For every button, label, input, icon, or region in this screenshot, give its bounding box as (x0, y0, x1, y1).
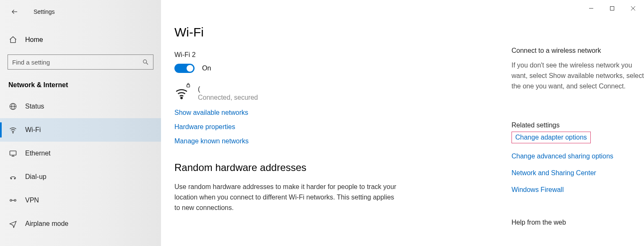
search-icon (142, 59, 149, 65)
main-area: Wi-Fi Wi-Fi 2 On ( Connected, secured (161, 0, 644, 246)
home-icon (8, 36, 18, 44)
svg-point-10 (11, 178, 12, 179)
wifi-toggle-row: On (174, 64, 476, 73)
svg-point-11 (14, 178, 15, 179)
sidebar-item-label: Wi-Fi (25, 126, 41, 134)
content-panel: Wi-Fi Wi-Fi 2 On ( Connected, secured (174, 8, 476, 246)
app-title: Settings (34, 8, 55, 15)
page-title: Wi-Fi (174, 25, 476, 39)
svg-line-2 (146, 63, 148, 65)
sidebar-item-status[interactable]: Status (0, 95, 161, 118)
vpn-icon (8, 196, 18, 205)
back-button[interactable] (10, 7, 19, 16)
wifi-icon (8, 126, 18, 134)
back-arrow-icon (11, 8, 18, 16)
svg-point-12 (10, 199, 12, 201)
link-windows-firewall[interactable]: Windows Firewall (512, 186, 564, 194)
sidebar-item-airplane[interactable]: Airplane mode (0, 212, 161, 236)
svg-rect-7 (10, 151, 16, 155)
search-input[interactable] (12, 59, 142, 66)
link-manage-known-networks[interactable]: Manage known networks (174, 137, 476, 145)
sidebar-item-label: Status (25, 103, 44, 110)
svg-point-18 (181, 97, 182, 98)
toggle-state: On (202, 65, 211, 72)
wifi-status-block: ( Connected, secured (174, 85, 476, 101)
highlight-box: Change adapter options (512, 132, 591, 143)
connect-heading: Connect to a wireless network (512, 47, 644, 54)
dialup-icon (8, 173, 18, 181)
network-name: ( (198, 85, 258, 93)
related-settings-heading: Related settings (512, 122, 644, 129)
random-addresses-heading: Random hardware addresses (174, 162, 476, 173)
sidebar-item-label: VPN (25, 197, 39, 204)
lock-icon (185, 82, 191, 89)
wifi-secured-icon (174, 85, 190, 101)
random-addresses-body: Use random hardware addresses to make it… (174, 182, 401, 213)
header-row: Settings (0, 3, 161, 21)
ethernet-icon (8, 149, 18, 158)
sidebar: Settings Home Network & Internet Status … (0, 0, 161, 246)
sidebar-item-label: Ethernet (25, 150, 50, 157)
category-title: Network & Internet (0, 77, 161, 95)
link-advanced-sharing[interactable]: Change advanced sharing options (512, 153, 613, 160)
adapter-label: Wi-Fi 2 (174, 51, 476, 59)
sidebar-item-vpn[interactable]: VPN (0, 189, 161, 212)
sidebar-item-dialup[interactable]: Dial-up (0, 165, 161, 189)
svg-point-6 (13, 132, 13, 133)
network-status: Connected, secured (198, 94, 258, 101)
wifi-toggle[interactable] (174, 64, 195, 73)
sidebar-item-wifi[interactable]: Wi-Fi (0, 118, 161, 142)
globe-icon (8, 102, 18, 111)
sidebar-item-label: Dial-up (25, 173, 47, 181)
wifi-status-text: ( Connected, secured (198, 85, 258, 101)
sidebar-item-home[interactable]: Home (0, 29, 161, 50)
svg-rect-19 (187, 85, 190, 87)
home-label: Home (25, 36, 43, 44)
link-show-networks[interactable]: Show available networks (174, 109, 476, 117)
sidebar-item-label: Airplane mode (25, 220, 68, 228)
svg-point-1 (143, 60, 147, 63)
sidebar-item-ethernet[interactable]: Ethernet (0, 142, 161, 165)
search-box[interactable] (8, 54, 153, 70)
toggle-knob (187, 65, 193, 72)
airplane-icon (8, 220, 18, 228)
right-column: Connect to a wireless network If you don… (512, 8, 644, 229)
link-network-sharing-center[interactable]: Network and Sharing Center (512, 169, 596, 177)
link-hardware-properties[interactable]: Hardware properties (174, 123, 476, 131)
svg-point-13 (14, 199, 16, 201)
link-change-adapter-options[interactable]: Change adapter options (515, 134, 587, 141)
connect-paragraph: If you don't see the wireless network yo… (512, 60, 644, 91)
help-heading: Help from the web (512, 219, 644, 226)
